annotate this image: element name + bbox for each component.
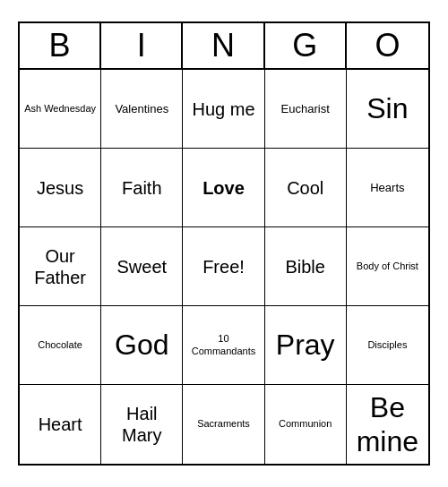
bingo-cell-20: Heart <box>20 385 101 464</box>
bingo-cell-2: Hug me <box>183 70 264 149</box>
bingo-cell-19: Disciples <box>347 306 428 385</box>
bingo-cell-23: Communion <box>265 385 347 464</box>
bingo-grid: Ash WednesdayValentinesHug meEucharistSi… <box>20 70 428 464</box>
bingo-card: BINGO Ash WednesdayValentinesHug meEucha… <box>18 21 430 466</box>
bingo-cell-22: Sacraments <box>183 385 264 464</box>
bingo-cell-13: Bible <box>265 227 347 306</box>
bingo-cell-21: Hail Mary <box>101 385 183 464</box>
bingo-cell-0: Ash Wednesday <box>20 70 101 149</box>
bingo-cell-11: Sweet <box>101 227 183 306</box>
header-letter-g: G <box>265 23 347 68</box>
header-letter-b: B <box>20 23 101 68</box>
header-letter-o: O <box>347 23 428 68</box>
bingo-cell-4: Sin <box>347 70 428 149</box>
bingo-cell-8: Cool <box>265 149 347 227</box>
bingo-cell-12: Free! <box>183 227 264 306</box>
bingo-cell-14: Body of Christ <box>347 227 428 306</box>
bingo-cell-15: Chocolate <box>20 306 101 385</box>
bingo-cell-17: 10 Commandants <box>183 306 264 385</box>
bingo-cell-7: Love <box>183 149 264 227</box>
bingo-cell-6: Faith <box>101 149 183 227</box>
bingo-cell-16: God <box>101 306 183 385</box>
bingo-cell-18: Pray <box>265 306 347 385</box>
bingo-header: BINGO <box>20 23 428 70</box>
bingo-cell-1: Valentines <box>101 70 183 149</box>
bingo-cell-24: Be mine <box>347 385 428 464</box>
bingo-cell-3: Eucharist <box>265 70 347 149</box>
bingo-cell-10: Our Father <box>20 227 101 306</box>
bingo-cell-9: Hearts <box>347 149 428 227</box>
header-letter-i: I <box>101 23 183 68</box>
header-letter-n: N <box>183 23 264 68</box>
bingo-cell-5: Jesus <box>20 149 101 227</box>
